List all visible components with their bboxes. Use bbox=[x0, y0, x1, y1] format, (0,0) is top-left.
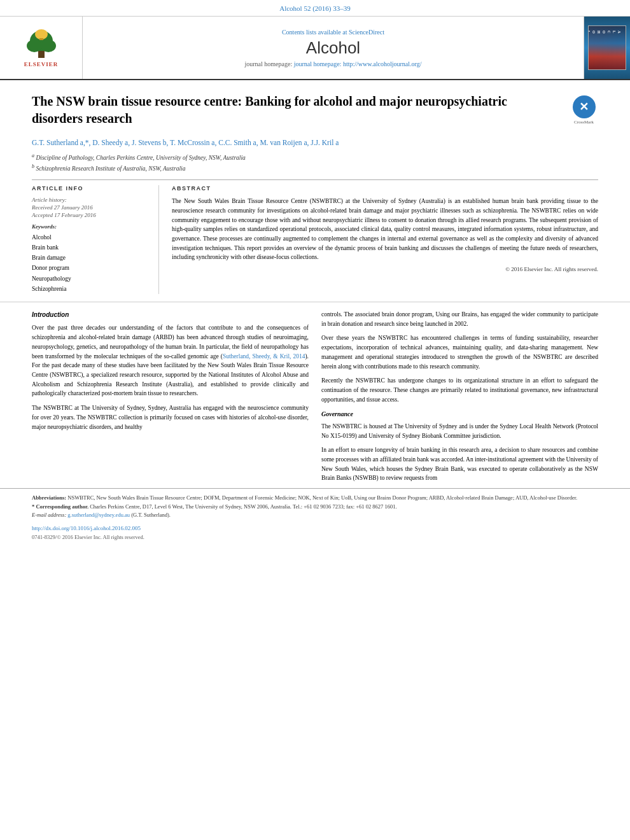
elsevier-logo: ELSEVIER bbox=[0, 17, 83, 79]
affiliation-a: a Discipline of Pathology, Charles Perki… bbox=[32, 152, 598, 162]
journal-title: Alcohol bbox=[306, 38, 360, 58]
abstract-text: The New South Wales Brain Tissue Resourc… bbox=[172, 197, 598, 262]
history-label: Article history: bbox=[32, 197, 146, 203]
abstract-heading: ABSTRACT bbox=[172, 185, 598, 192]
svg-point-4 bbox=[41, 39, 56, 52]
email-address[interactable]: g.sutherland@sydney.edu.au bbox=[67, 512, 130, 518]
corresponding-author: * Corresponding author. Charles Perkins … bbox=[32, 503, 598, 512]
journal-cover-image: A L C O H O L bbox=[588, 25, 626, 70]
affiliation-b: b Schizophrenia Research Institute of Au… bbox=[32, 163, 598, 173]
article-title-section: The NSW brain tissue resource centre: Ba… bbox=[32, 93, 598, 131]
article-history: Article history: Received 27 January 201… bbox=[32, 197, 146, 218]
doi-link[interactable]: http://dx.doi.org/10.1016/j.alcohol.2016… bbox=[0, 522, 630, 533]
intro-paragraph-2: The NSWBTRC at The University of Sydney,… bbox=[32, 403, 309, 431]
intro-paragraph-1: Over the past three decades our understa… bbox=[32, 323, 309, 398]
email-label: E-mail address: bbox=[32, 512, 66, 518]
email-suffix: (G.T. Sutherland). bbox=[131, 512, 171, 518]
elsevier-label: ELSEVIER bbox=[24, 61, 59, 67]
keyword-item: Alcohol bbox=[32, 232, 146, 242]
body-columns: Introduction Over the past three decades… bbox=[0, 310, 630, 488]
received-date: Received 27 January 2016 bbox=[32, 204, 146, 211]
copyright: © 2016 Elsevier Inc. All rights reserved… bbox=[172, 266, 598, 272]
journal-header: ELSEVIER Contents lists available at Sci… bbox=[0, 17, 630, 80]
affiliations: a Discipline of Pathology, Charles Perki… bbox=[32, 152, 598, 173]
reference-link[interactable]: Sutherland, Sheedy, & Kril, 2014 bbox=[223, 353, 305, 360]
corresponding-label: * Corresponding author. bbox=[32, 503, 88, 510]
crossmark-label: CrossMark bbox=[574, 120, 594, 125]
keyword-item: Schizophrenia bbox=[32, 284, 146, 294]
crossmark[interactable]: ✕ CrossMark bbox=[570, 93, 598, 125]
svg-rect-6 bbox=[39, 38, 43, 40]
svg-point-3 bbox=[27, 39, 42, 52]
governance-paragraph-2: In an effort to ensure longevity of brai… bbox=[321, 445, 598, 483]
top-bar: Alcohol 52 (2016) 33–39 bbox=[0, 0, 630, 17]
governance-heading: Governance bbox=[321, 409, 598, 419]
authors: G.T. Sutherland a,*, D. Sheedy a, J. Ste… bbox=[32, 137, 598, 148]
governance-paragraph-1: The NSWBTRC is housed at The University … bbox=[321, 422, 598, 440]
citation-link[interactable]: Alcohol 52 (2016) 33–39 bbox=[279, 4, 351, 12]
keywords-list: AlcoholBrain bankBrain damageDonor progr… bbox=[32, 232, 146, 294]
right-paragraph-2: Over these years the NSWBTRC has encount… bbox=[321, 333, 598, 371]
doi-url[interactable]: http://dx.doi.org/10.1016/j.alcohol.2016… bbox=[32, 525, 141, 531]
body-right-column: controls. The associated brain donor pro… bbox=[321, 310, 598, 488]
abbreviations: Abbreviations: NSWBTRC, New South Wales … bbox=[32, 494, 598, 503]
article-info-heading: ARTICLE INFO bbox=[32, 185, 146, 192]
accepted-date: Accepted 17 February 2016 bbox=[32, 212, 146, 218]
footnote-area: Abbreviations: NSWBTRC, New South Wales … bbox=[0, 488, 630, 522]
journal-homepage: journal homepage: journal homepage: http… bbox=[245, 60, 422, 67]
keyword-item: Donor program bbox=[32, 263, 146, 273]
keyword-item: Neuropathology bbox=[32, 274, 146, 284]
homepage-link[interactable]: journal homepage: http://www.alcoholjour… bbox=[294, 60, 422, 67]
elsevier-tree-icon bbox=[19, 28, 64, 60]
issn-line: 0741-8329/© 2016 Elsevier Inc. All right… bbox=[0, 533, 630, 543]
right-paragraph-3: Recently the NSWBTRC has undergone chang… bbox=[321, 376, 598, 404]
keywords-label: Keywords: bbox=[32, 223, 146, 230]
abbreviations-text: NSWBTRC, New South Wales Brain Tissue Re… bbox=[67, 494, 577, 501]
abstract-section: ABSTRACT The New South Wales Brain Tissu… bbox=[159, 185, 598, 294]
abbreviations-label: Abbreviations: bbox=[32, 494, 66, 501]
contents-availability: Contents lists available at ScienceDirec… bbox=[282, 29, 384, 36]
article-title: The NSW brain tissue resource centre: Ba… bbox=[32, 93, 570, 127]
keyword-item: Brain bank bbox=[32, 242, 146, 253]
corresponding-text: Charles Perkins Centre, D17, Level 6 Wes… bbox=[90, 503, 396, 510]
svg-rect-0 bbox=[38, 50, 45, 58]
article-info: ARTICLE INFO Article history: Received 2… bbox=[32, 185, 159, 294]
right-paragraph-1: controls. The associated brain donor pro… bbox=[321, 310, 598, 328]
info-abstract-section: ARTICLE INFO Article history: Received 2… bbox=[32, 179, 598, 294]
article-area: The NSW brain tissue resource centre: Ba… bbox=[0, 80, 630, 294]
body-left-column: Introduction Over the past three decades… bbox=[32, 310, 309, 488]
keywords-section: Keywords: AlcoholBrain bankBrain damageD… bbox=[32, 223, 146, 294]
journal-cover: A L C O H O L bbox=[584, 17, 630, 79]
sciencedirect-link[interactable]: ScienceDirect bbox=[349, 29, 384, 36]
authors-text: G.T. Sutherland a,*, D. Sheedy a, J. Ste… bbox=[32, 139, 339, 146]
intro-heading: Introduction bbox=[32, 310, 309, 320]
keyword-item: Brain damage bbox=[32, 253, 146, 263]
email-line: E-mail address: g.sutherland@sydney.edu.… bbox=[32, 511, 598, 520]
journal-center: Contents lists available at ScienceDirec… bbox=[83, 17, 584, 79]
crossmark-icon: ✕ bbox=[573, 95, 596, 118]
svg-point-5 bbox=[35, 29, 48, 39]
